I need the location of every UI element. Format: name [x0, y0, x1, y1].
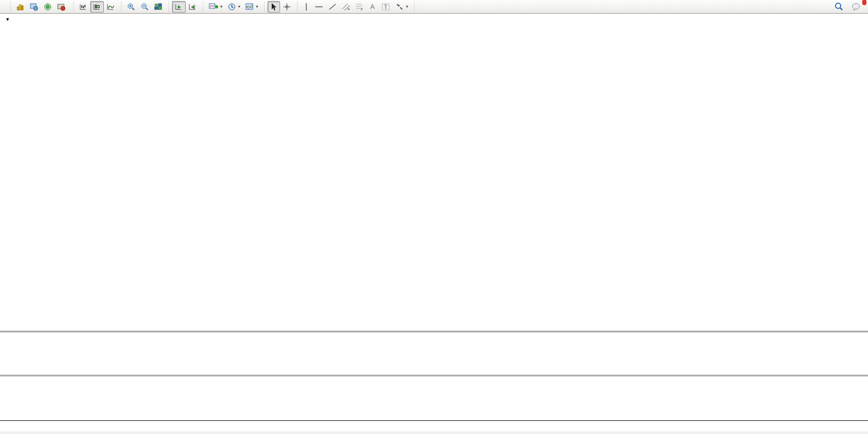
- navigator-icon: [44, 3, 52, 11]
- cursor-button[interactable]: [267, 1, 280, 13]
- candles-chart-button[interactable]: [90, 1, 104, 13]
- indicators-button[interactable]: ▾: [206, 1, 225, 13]
- chart-shift-button[interactable]: [186, 1, 199, 13]
- navigator-button[interactable]: [41, 1, 55, 13]
- terminal-icon: [57, 3, 66, 11]
- svg-text:T: T: [384, 4, 388, 10]
- zoom-in-button[interactable]: [124, 1, 138, 13]
- tile-windows-icon: [154, 3, 163, 11]
- chart-window: ▼: [0, 14, 868, 434]
- svg-text:E: E: [348, 7, 350, 10]
- line-chart-button[interactable]: [104, 1, 117, 13]
- text-button[interactable]: A: [367, 1, 379, 13]
- main-chart-panel[interactable]: ▼: [0, 14, 868, 331]
- templates-icon: [245, 3, 254, 11]
- rsi-surface[interactable]: [0, 376, 868, 420]
- chart-shift-icon: [188, 3, 197, 11]
- search-button[interactable]: [832, 1, 846, 13]
- notifications-button[interactable]: [849, 1, 864, 13]
- toolbar-separator: [263, 2, 265, 12]
- cursor-icon: [270, 3, 277, 11]
- timeframe-group: [416, 1, 419, 13]
- zoom-out-icon: [141, 3, 149, 11]
- chevron-down-icon: ▾: [220, 4, 222, 9]
- text-label-button[interactable]: T: [379, 1, 393, 13]
- chevron-down-icon: ▾: [256, 4, 258, 9]
- periods-button[interactable]: ▾: [225, 1, 243, 13]
- arrows-button[interactable]: ▾: [393, 1, 411, 13]
- window-bottom-edge: [0, 431, 868, 434]
- data-window-icon: [30, 3, 38, 11]
- tile-windows-button[interactable]: [152, 1, 165, 13]
- price-chart-surface[interactable]: [0, 14, 868, 331]
- candles-chart-icon: [93, 3, 101, 11]
- crosshair-button[interactable]: [280, 1, 294, 13]
- toolbar-separator: [9, 2, 12, 12]
- autotrade-button[interactable]: [55, 1, 70, 13]
- templates-button[interactable]: ▾: [243, 1, 261, 13]
- zoom-in-icon: [127, 3, 135, 11]
- horizontal-line-icon: [315, 3, 323, 11]
- notification-badge: [862, 0, 867, 6]
- data-window-button[interactable]: [27, 1, 41, 13]
- toolbar-separator: [120, 2, 122, 12]
- toolbar: ▾ ▾ ▾ E F: [0, 0, 868, 14]
- text-label-icon: T: [382, 3, 390, 11]
- line-chart-icon: [106, 3, 115, 11]
- bars-chart-icon: [79, 3, 88, 11]
- toolbar-separator: [413, 2, 415, 12]
- channel-icon: E: [342, 3, 350, 11]
- chevron-down-icon: ▾: [406, 4, 408, 9]
- horizontal-line-button[interactable]: [312, 1, 326, 13]
- text-icon: A: [369, 3, 377, 11]
- auto-scroll-icon: [175, 3, 183, 11]
- trendline-button[interactable]: [326, 1, 339, 13]
- zoom-out-button[interactable]: [138, 1, 152, 13]
- toolbar-separator: [201, 2, 204, 12]
- chevron-down-icon: ▾: [238, 4, 240, 9]
- chart-title: ▼: [5, 16, 10, 23]
- macd-surface[interactable]: [0, 332, 868, 375]
- rsi-panel[interactable]: [0, 376, 868, 420]
- search-icon: [834, 2, 843, 11]
- market-watch-button[interactable]: [14, 1, 27, 13]
- macd-panel[interactable]: [0, 332, 868, 375]
- indicators-icon: [209, 3, 218, 11]
- new-order-button[interactable]: [2, 1, 7, 13]
- crosshair-icon: [283, 3, 291, 11]
- vertical-line-icon: [303, 3, 309, 11]
- market-watch-icon: [16, 3, 25, 11]
- auto-scroll-button[interactable]: [172, 1, 186, 13]
- fibonacci-icon: F: [356, 3, 364, 11]
- toolbar-separator: [296, 2, 298, 12]
- toolbar-separator: [72, 2, 74, 12]
- toolbar-separator: [167, 2, 170, 12]
- fibonacci-button[interactable]: F: [353, 1, 367, 13]
- vertical-line-button[interactable]: [301, 1, 312, 13]
- trendline-icon: [328, 3, 337, 11]
- svg-text:F: F: [361, 8, 363, 11]
- svg-text:A: A: [370, 3, 374, 10]
- bars-chart-button[interactable]: [77, 1, 90, 13]
- channel-button[interactable]: E: [339, 1, 353, 13]
- arrows-icon: [395, 3, 404, 11]
- collapse-triangle-icon[interactable]: ▼: [5, 17, 10, 22]
- periods-icon: [228, 3, 236, 11]
- chat-icon: [852, 3, 861, 11]
